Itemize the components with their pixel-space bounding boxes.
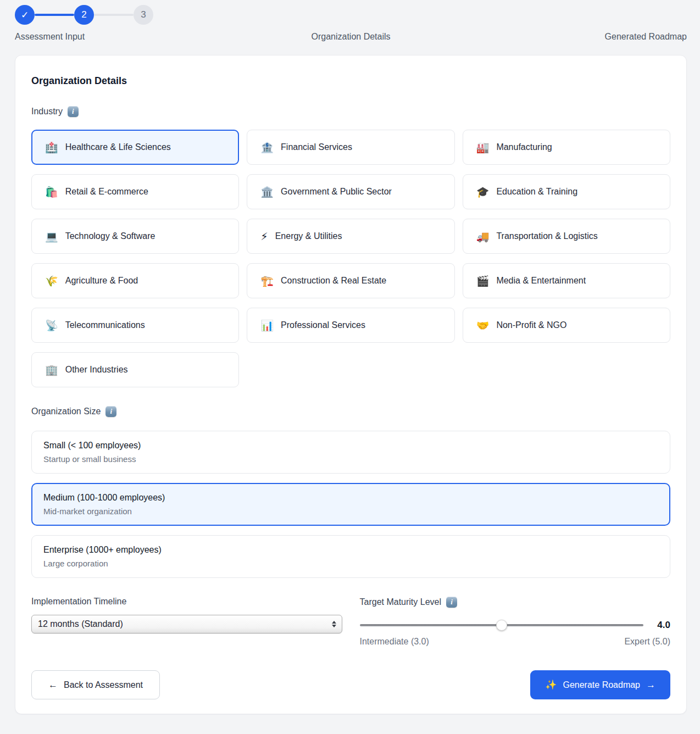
industry-option-financial-services[interactable]: 🏦 Financial Services [247,130,454,165]
size-option-small[interactable]: Small (< 100 employees) Startup or small… [31,431,670,474]
timeline-label-text: Implementation Timeline [31,597,126,607]
factory-icon: 🏭 [476,142,490,153]
bank-icon: 🏦 [260,142,274,153]
industry-option-label: Energy & Utilities [275,231,342,241]
industry-option-agriculture-food[interactable]: 🌾 Agriculture & Food [31,263,239,298]
industry-option-non-profit-ngo[interactable]: 🤝 Non-Profit & NGO [463,308,670,343]
maturity-max-label: Expert (5.0) [624,637,670,647]
timeline-field-label: Implementation Timeline [31,597,342,607]
organization-size-list: Small (< 100 employees) Startup or small… [31,431,670,578]
industry-option-professional-services[interactable]: 📊 Professional Services [247,308,454,343]
maturity-label-text: Target Maturity Level [360,597,442,607]
classical-building-icon: 🏛️ [260,187,274,197]
industry-option-transportation-logistics[interactable]: 🚚 Transportation & Logistics [463,219,670,254]
maturity-field-label: Target Maturity Level i [360,597,671,608]
industry-option-education-training[interactable]: 🎓 Education & Training [463,174,670,209]
shopping-bags-icon: 🛍️ [45,187,58,197]
organization-details-card: Organization Details Industry i 🏥 Health… [15,55,687,714]
info-icon[interactable]: i [105,406,116,417]
right-arrow-icon: → [646,680,655,689]
organization-size-field-label: Organization Size i [31,406,670,417]
industry-option-label: Agriculture & Food [65,276,138,286]
step-connector-2-3 [94,14,134,16]
info-icon[interactable]: i [446,597,457,608]
size-option-title: Small (< 100 employees) [43,441,658,451]
step-3-label: Generated Roadmap [605,32,687,42]
generate-button-label: Generate Roadmap [563,680,640,690]
industry-option-label: Healthcare & Life Sciences [65,142,171,152]
stepper: ✓ 2 3 [15,5,687,25]
maturity-value: 4.0 [654,620,670,631]
size-option-subtitle: Mid-market organization [43,507,658,516]
organization-size-label-text: Organization Size [31,407,101,416]
size-option-title: Medium (100-1000 employees) [43,493,658,503]
industry-option-construction-real-estate[interactable]: 🏗️ Construction & Real Estate [247,263,454,298]
laptop-icon: 💻 [45,231,58,242]
graduation-cap-icon: 🎓 [476,187,490,197]
industry-option-label: Professional Services [281,320,365,330]
industry-option-label: Technology & Software [65,231,155,241]
industry-option-label: Media & Entertainment [496,276,586,286]
step-2-label: Organization Details [311,32,390,42]
industry-field-label: Industry i [31,106,670,117]
step-1-indicator[interactable]: ✓ [15,5,35,25]
size-option-medium[interactable]: Medium (100-1000 employees) Mid-market o… [31,483,670,526]
timeline-column: Implementation Timeline 12 months (Stand… [31,597,342,647]
step-3-indicator[interactable]: 3 [134,5,153,25]
industry-option-label: Other Industries [65,365,128,375]
step-1-label: Assessment Input [15,32,85,42]
generate-roadmap-button[interactable]: ✨ Generate Roadmap → [530,670,670,699]
industry-option-energy-utilities[interactable]: ⚡ Energy & Utilities [247,219,454,254]
actions-row: ← Back to Assessment ✨ Generate Roadmap … [31,670,670,699]
maturity-column: Target Maturity Level i 4.0 Intermediate… [360,597,671,647]
industry-option-other-industries[interactable]: 🏢 Other Industries [31,352,239,387]
left-arrow-icon: ← [48,680,58,689]
hospital-icon: 🏥 [45,142,58,153]
page: ✓ 2 3 Assessment Input Organization Deta… [0,0,700,723]
industry-option-label: Non-Profit & NGO [496,320,566,330]
controls-row: Implementation Timeline 12 months (Stand… [31,597,670,647]
size-option-subtitle: Startup or small business [43,454,658,464]
timeline-select-wrap: 12 months (Standard) [31,615,342,633]
industry-option-healthcare-life-sciences[interactable]: 🏥 Healthcare & Life Sciences [31,130,239,165]
industry-option-label: Transportation & Logistics [496,231,597,241]
industry-option-government-public-sector[interactable]: 🏛️ Government & Public Sector [247,174,454,209]
truck-icon: 🚚 [476,231,490,242]
maturity-slider[interactable] [360,624,644,626]
back-to-assessment-button[interactable]: ← Back to Assessment [31,670,160,699]
industry-option-label: Financial Services [281,142,352,152]
industry-option-label: Construction & Real Estate [281,276,386,286]
industry-option-retail-ecommerce[interactable]: 🛍️ Retail & E-commerce [31,174,239,209]
maturity-slider-row: 4.0 [360,620,671,631]
timeline-select[interactable]: 12 months (Standard) [31,615,342,633]
back-button-label: Back to Assessment [64,680,143,690]
slider-thumb[interactable] [496,620,507,631]
industry-grid: 🏥 Healthcare & Life Sciences 🏦 Financial… [31,130,670,387]
industry-option-manufacturing[interactable]: 🏭 Manufacturing [463,130,670,165]
size-option-title: Enterprise (1000+ employees) [43,545,658,555]
sparkles-icon: ✨ [545,680,557,689]
industry-option-label: Education & Training [496,187,577,197]
maturity-bounds: Intermediate (3.0) Expert (5.0) [360,637,671,647]
industry-option-label: Government & Public Sector [281,187,392,197]
info-icon[interactable]: i [68,106,79,117]
industry-label-text: Industry [31,107,63,116]
industry-option-technology-software[interactable]: 💻 Technology & Software [31,219,239,254]
step-connector-1-2 [35,14,74,16]
lightning-icon: ⚡ [260,231,268,242]
industry-option-label: Telecommunications [65,320,145,330]
industry-option-label: Manufacturing [496,142,552,152]
handshake-icon: 🤝 [476,320,490,331]
stepper-labels: Assessment Input Organization Details Ge… [15,32,687,43]
maturity-min-label: Intermediate (3.0) [360,637,429,647]
wheat-icon: 🌾 [45,276,58,286]
satellite-dish-icon: 📡 [45,320,58,331]
size-option-subtitle: Large corporation [43,559,658,568]
step-2-indicator[interactable]: 2 [74,5,94,25]
industry-option-telecommunications[interactable]: 📡 Telecommunications [31,308,239,343]
size-option-enterprise[interactable]: Enterprise (1000+ employees) Large corpo… [31,535,670,578]
industry-option-label: Retail & E-commerce [65,187,148,197]
industry-option-media-entertainment[interactable]: 🎬 Media & Entertainment [463,263,670,298]
card-title: Organization Details [31,75,670,87]
crane-icon: 🏗️ [260,276,274,286]
